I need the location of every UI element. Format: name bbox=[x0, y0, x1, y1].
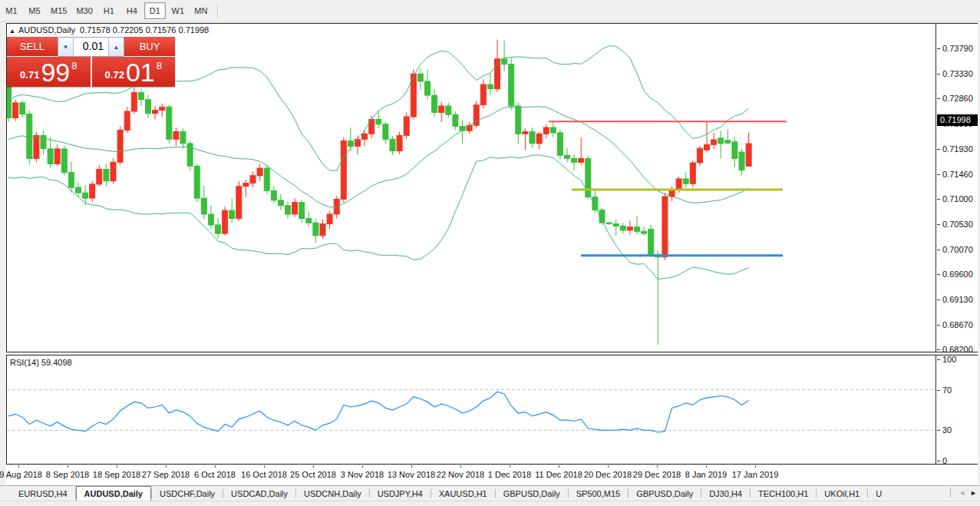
volume-increase-button[interactable]: ▲ bbox=[108, 38, 124, 56]
timeframe-button-m15[interactable]: M15 bbox=[47, 2, 71, 19]
rsi-axis-label: 0 bbox=[942, 456, 947, 465]
price-tick bbox=[937, 224, 940, 225]
candle bbox=[292, 198, 298, 217]
candle bbox=[229, 198, 235, 223]
sell-button[interactable]: SELL bbox=[7, 37, 58, 57]
candle bbox=[201, 185, 206, 220]
date-axis-label: 8 Sep 2018 bbox=[46, 470, 89, 479]
candle bbox=[572, 154, 577, 170]
timeframe-button-h1[interactable]: H1 bbox=[98, 2, 120, 19]
candle bbox=[683, 173, 688, 188]
toolbar-separator bbox=[217, 3, 219, 18]
candle bbox=[655, 250, 661, 345]
rsi-plot-area bbox=[7, 356, 936, 464]
chart-tab-tech100-h1[interactable]: TECH100,H1 bbox=[751, 486, 816, 501]
buy-price-display[interactable]: 0.72018 bbox=[92, 57, 176, 87]
chart-tab-eurusd-h4[interactable]: EURUSD,H4 bbox=[11, 486, 75, 501]
date-tick bbox=[117, 465, 117, 468]
candle bbox=[627, 220, 632, 234]
candle bbox=[97, 165, 102, 187]
chart-tab-xauusd-h1[interactable]: XAUUSD,H1 bbox=[431, 486, 495, 501]
tab-scroll-right-icon[interactable]: ► bbox=[970, 489, 977, 497]
chart-tab-usdchf-daily[interactable]: USDCHF,Daily bbox=[152, 486, 223, 501]
timeframe-button-m5[interactable]: M5 bbox=[24, 2, 45, 19]
date-axis-label: 3 Nov 2018 bbox=[341, 470, 384, 479]
rsi-axis: 10070300 bbox=[937, 356, 978, 464]
rsi-tick bbox=[937, 390, 940, 391]
candle bbox=[250, 171, 256, 187]
date-axis-label: 20 Dec 2018 bbox=[584, 470, 632, 479]
date-axis-label: 18 Sep 2018 bbox=[93, 470, 140, 479]
candle bbox=[20, 101, 25, 117]
candle bbox=[61, 146, 67, 176]
timeframe-button-mn[interactable]: MN bbox=[190, 2, 212, 19]
candle bbox=[530, 127, 535, 148]
rsi-axis-label: 30 bbox=[942, 425, 952, 435]
candle bbox=[124, 107, 130, 133]
candle bbox=[725, 129, 731, 144]
candle bbox=[453, 111, 458, 130]
price-axis-label: 0.68200 bbox=[942, 345, 973, 354]
volume-decrease-button[interactable]: ▼ bbox=[58, 38, 74, 56]
volume-value[interactable]: 0.01 bbox=[74, 38, 108, 56]
candle bbox=[146, 95, 151, 117]
date-axis[interactable]: 29 Aug 20188 Sep 201818 Sep 201827 Sep 2… bbox=[6, 465, 978, 485]
chart-tab-gbpusd-daily[interactable]: GBPUSD,Daily bbox=[629, 486, 701, 501]
candle bbox=[739, 149, 744, 175]
timeframe-button-w1[interactable]: W1 bbox=[167, 2, 189, 19]
price-axis-label: 0.73790 bbox=[942, 44, 973, 53]
chart-tab-gbpusd-daily[interactable]: GBPUSD,Daily bbox=[496, 486, 568, 501]
candle bbox=[341, 137, 346, 203]
chart-tab-audusd-daily[interactable]: AUDUSD,Daily bbox=[76, 486, 151, 501]
chart-tab-bar: EURUSD,H4AUDUSD,DailyUSDCHF,DailyUSDCAD,… bbox=[0, 485, 980, 501]
chart-tab-u[interactable]: U bbox=[868, 486, 889, 501]
timeframe-button-d1[interactable]: D1 bbox=[144, 2, 166, 19]
date-tick bbox=[559, 465, 559, 468]
candle bbox=[746, 133, 751, 167]
candle bbox=[557, 130, 563, 160]
rsi-tick bbox=[937, 430, 940, 431]
candle bbox=[550, 121, 556, 137]
timeframe-toolbar: M1M5M15M30H1H4D1W1MN bbox=[0, 0, 980, 22]
timeframe-button-m1[interactable]: M1 bbox=[1, 2, 22, 19]
chart-tab-sp500-m15[interactable]: SP500,M15 bbox=[569, 486, 628, 501]
timeframe-button-m30[interactable]: M30 bbox=[72, 2, 96, 19]
date-tick bbox=[362, 465, 363, 468]
candle bbox=[411, 70, 416, 120]
price-tick bbox=[937, 199, 940, 200]
sell-price-display[interactable]: 0.71998 bbox=[7, 57, 91, 87]
date-axis-label: 8 Jan 2019 bbox=[685, 470, 727, 479]
candle bbox=[41, 131, 46, 154]
rsi-indicator-label: RSI(14) 59.4098 bbox=[10, 358, 72, 367]
date-tick bbox=[68, 465, 68, 468]
chart-tab-usdjpy-h4[interactable]: USDJPY,H4 bbox=[370, 486, 431, 501]
timeframe-button-h4[interactable]: H4 bbox=[121, 2, 143, 19]
tab-scroll-left-icon[interactable]: ◄ bbox=[959, 489, 965, 497]
candle bbox=[432, 89, 437, 117]
price-axis-label: 0.69600 bbox=[942, 270, 973, 279]
tab-scroll-controls: ◄► bbox=[950, 488, 977, 498]
sell-price-prefix: 0.71 bbox=[20, 69, 39, 81]
price-tick bbox=[937, 48, 940, 49]
candle bbox=[509, 58, 514, 110]
chart-tab-dj30-h4[interactable]: DJ30,H4 bbox=[701, 486, 750, 501]
price-axis-label: 0.71000 bbox=[942, 194, 973, 203]
rsi-tick bbox=[937, 359, 940, 360]
candle bbox=[48, 137, 53, 168]
buy-button[interactable]: BUY bbox=[124, 37, 175, 57]
rsi-panel[interactable]: 10070300 bbox=[6, 355, 978, 465]
date-axis-label: 1 Dec 2018 bbox=[488, 470, 531, 479]
candle bbox=[536, 132, 542, 149]
chart-tab-ukoil-h1[interactable]: UKOil,H1 bbox=[817, 486, 867, 501]
price-tick bbox=[937, 98, 940, 99]
chart-tab-usdcad-daily[interactable]: USDCAD,Daily bbox=[223, 486, 295, 501]
candle bbox=[180, 128, 186, 149]
price-axis-label: 0.69130 bbox=[942, 295, 973, 304]
chart-tab-usdcnh-daily[interactable]: USDCNH,Daily bbox=[296, 486, 369, 501]
candle bbox=[404, 112, 409, 139]
date-tick bbox=[657, 465, 658, 468]
candle bbox=[474, 101, 479, 128]
candle bbox=[390, 136, 395, 155]
price-axis[interactable]: 0.737900.733300.728600.723900.719300.714… bbox=[937, 24, 978, 352]
symbol-arrow-icon[interactable]: ▲ bbox=[9, 28, 15, 35]
